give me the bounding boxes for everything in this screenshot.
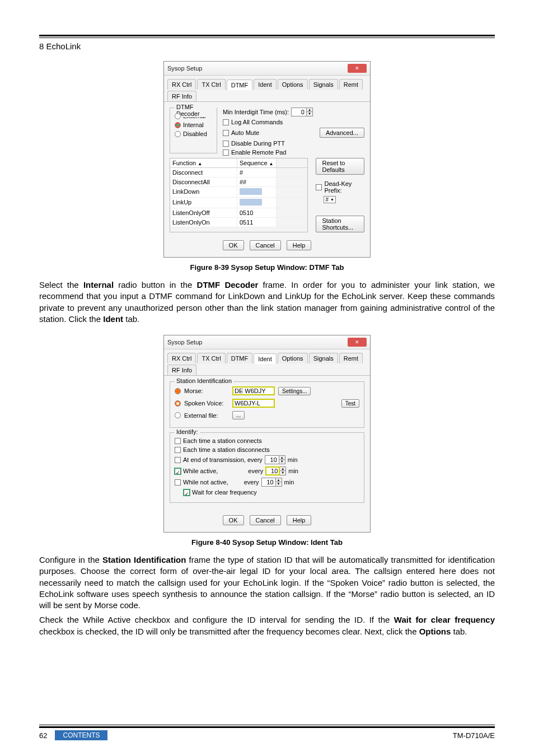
check-disable-ptt[interactable] (223, 141, 229, 147)
radio-morse[interactable] (175, 388, 181, 394)
tab-options[interactable]: Options (278, 353, 308, 363)
check-deadkey[interactable] (316, 184, 322, 190)
min-interdigit-label: Min Interdigit Time (ms): (223, 109, 289, 115)
paragraph-3: Check the While Active checkbox and conf… (39, 614, 495, 637)
radio-internal-label: Internal (183, 122, 204, 128)
min-label: min (288, 456, 298, 463)
dtmf-function-table[interactable]: Function ▲ Sequence ▲ Disconnect# Discon… (170, 158, 308, 232)
radio-disabled[interactable] (175, 131, 181, 137)
each-disconnects-label: Each time a station disconnects (183, 446, 270, 453)
external-file-label: External file: (184, 412, 229, 419)
table-row[interactable]: ListenOnlyOff (170, 208, 237, 217)
figure-caption-dtmf: Figure 8-39 Sysop Setup Window: DTMF Tab (39, 263, 495, 272)
auto-mute-label: Auto Mute (231, 129, 259, 136)
tab-signals[interactable]: Signals (309, 353, 338, 363)
identify-frame-label: Identify: (175, 428, 200, 435)
check-log-all[interactable] (223, 119, 229, 125)
check-wait-clear-freq[interactable] (184, 489, 190, 496)
while-active-spinner[interactable]: 10 (265, 466, 280, 475)
log-all-label: Log All Commands (231, 119, 283, 125)
dialog-title-2: Sysop Setup (167, 339, 202, 346)
enable-pad-label: Enable Remote Pad (231, 149, 286, 156)
check-at-end[interactable] (175, 457, 181, 463)
table-row[interactable]: LinkDown (170, 187, 237, 197)
cancel-button[interactable]: Cancel (250, 240, 281, 250)
paragraph-1: Select the Internal radio button in the … (39, 279, 495, 325)
while-not-spinner[interactable]: 10 (261, 478, 276, 487)
spinner-arrows-icon[interactable]: ▲▼ (307, 108, 313, 116)
table-row[interactable]: ListenOnlyOn (170, 218, 237, 227)
table-row[interactable]: DisconnectAll (170, 178, 237, 186)
ok-button[interactable]: OK (223, 240, 244, 250)
min-interdigit-value[interactable]: 0 (291, 108, 307, 116)
close-icon[interactable]: ✕ (348, 64, 367, 73)
radio-external[interactable] (175, 113, 181, 119)
check-enable-pad[interactable] (223, 150, 229, 156)
section-heading: 8 EchoLink (39, 41, 495, 51)
station-shortcuts-button[interactable]: Station Shortcuts... (316, 216, 364, 232)
ok-button[interactable]: OK (223, 515, 244, 525)
radio-spoken[interactable] (175, 400, 181, 407)
tab-ident[interactable]: Ident (254, 353, 276, 364)
test-button[interactable]: Test (341, 399, 359, 408)
every-label: every (244, 479, 259, 486)
model-label: TM-D710A/E (453, 731, 495, 740)
deadkey-label: Dead-Key Prefix: (324, 180, 364, 194)
table-row[interactable]: Disconnect (170, 168, 237, 177)
spinner-arrows-icon[interactable]: ▲▼ (276, 478, 282, 487)
tab-dtmf[interactable]: DTMF (227, 80, 253, 90)
tabs-row: RX Ctrl TX Ctrl DTMF Ident Options Signa… (164, 76, 370, 102)
each-connects-label: Each time a station connects (183, 437, 262, 444)
tab-signals[interactable]: Signals (309, 79, 338, 90)
tab-rxctrl[interactable]: RX Ctrl (167, 79, 196, 90)
dtmf-decoder-frame-label: DTMF Decoder (175, 104, 217, 117)
tab-rfinfo[interactable]: RF Info (167, 91, 196, 101)
morse-input[interactable]: DE W6DJY (232, 386, 275, 395)
tab-ident[interactable]: Ident (254, 79, 276, 90)
spinner-arrows-icon[interactable]: ▲▼ (279, 455, 285, 464)
tab-rfinfo[interactable]: RF Info (167, 365, 196, 375)
check-auto-mute[interactable] (223, 130, 229, 136)
wait-label: Wait for clear frequency (192, 489, 257, 496)
radio-internal[interactable] (175, 122, 181, 128)
table-row[interactable]: LinkUp (170, 198, 237, 208)
tab-dtmf[interactable]: DTMF (227, 353, 253, 363)
spinner-arrows-icon[interactable]: ▲▼ (280, 466, 286, 475)
spoken-input[interactable]: W6DJY-L (232, 399, 275, 408)
paragraph-2: Configure in the Station Identification … (39, 554, 495, 611)
browse-button[interactable]: ... (232, 411, 245, 419)
settings-button[interactable]: Settings... (278, 387, 311, 395)
advanced-button[interactable]: Advanced... (320, 128, 364, 138)
close-icon[interactable]: ✕ (348, 338, 367, 347)
help-button[interactable]: Help (287, 240, 312, 250)
check-each-disconnects[interactable] (175, 447, 181, 453)
check-each-connects[interactable] (175, 438, 181, 444)
cancel-button[interactable]: Cancel (250, 515, 281, 525)
morse-label: Morse: (184, 388, 229, 394)
while-not-active-label: While not active, (183, 479, 228, 486)
min-label: min (284, 479, 294, 486)
col-sequence[interactable]: Sequence ▲ (237, 158, 277, 167)
contents-link[interactable]: CONTENTS (55, 730, 107, 740)
deadkey-select[interactable]: #▼ (324, 196, 336, 203)
reset-defaults-button[interactable]: Reset to Defaults (316, 158, 364, 175)
radio-external-file[interactable] (175, 412, 181, 418)
tab-txctrl[interactable]: TX Ctrl (197, 353, 225, 363)
tab-remt[interactable]: Remt (339, 79, 363, 90)
tabs-row-2: RX Ctrl TX Ctrl DTMF Ident Options Signa… (164, 349, 370, 376)
tab-txctrl[interactable]: TX Ctrl (197, 79, 225, 90)
radio-disabled-label: Disabled (183, 130, 207, 137)
station-id-frame-label: Station Identification (175, 377, 233, 384)
col-function[interactable]: Function ▲ (170, 158, 237, 167)
tab-options[interactable]: Options (278, 79, 308, 90)
at-end-spinner[interactable]: 10 (265, 455, 279, 464)
check-while-not-active[interactable] (175, 479, 181, 486)
check-while-active[interactable] (175, 468, 181, 474)
every-label: every (248, 468, 263, 474)
min-label: min (288, 468, 298, 474)
spoken-label: Spoken Voice: (184, 400, 229, 407)
help-button[interactable]: Help (287, 515, 312, 525)
tab-remt[interactable]: Remt (339, 353, 363, 363)
tab-rxctrl[interactable]: RX Ctrl (167, 353, 196, 363)
figure-caption-ident: Figure 8-40 Sysop Setup Window: Ident Ta… (39, 538, 495, 547)
